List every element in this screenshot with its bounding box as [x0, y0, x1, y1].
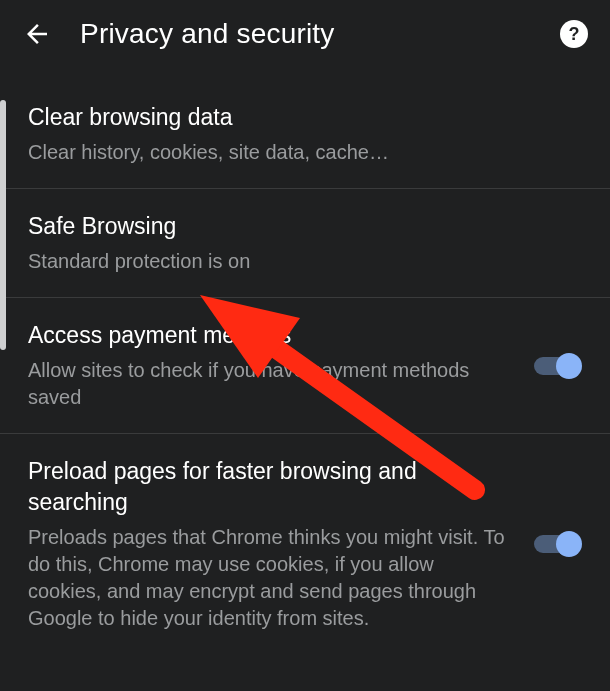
- switch-preload-pages[interactable]: [534, 531, 582, 557]
- switch-access-payment-methods[interactable]: [534, 353, 582, 379]
- row-subtitle: Clear history, cookies, site data, cache…: [28, 139, 582, 166]
- row-clear-browsing-data[interactable]: Clear browsing data Clear history, cooki…: [0, 80, 610, 189]
- row-text: Preload pages for faster browsing and se…: [28, 456, 510, 632]
- row-text: Access payment methods Allow sites to ch…: [28, 320, 510, 411]
- row-title: Access payment methods: [28, 320, 510, 351]
- row-access-payment-methods[interactable]: Access payment methods Allow sites to ch…: [0, 298, 610, 434]
- back-button[interactable]: [22, 19, 52, 49]
- back-arrow-icon: [22, 19, 52, 49]
- row-subtitle: Standard protection is on: [28, 248, 582, 275]
- switch-thumb: [556, 353, 582, 379]
- help-icon: ?: [569, 24, 580, 45]
- scrollbar-indicator: [0, 100, 6, 350]
- row-preload-pages[interactable]: Preload pages for faster browsing and se…: [0, 434, 610, 654]
- row-text: Clear browsing data Clear history, cooki…: [28, 102, 582, 166]
- row-title: Preload pages for faster browsing and se…: [28, 456, 510, 518]
- row-title: Safe Browsing: [28, 211, 582, 242]
- row-subtitle: Allow sites to check if you have payment…: [28, 357, 510, 411]
- row-title: Clear browsing data: [28, 102, 582, 133]
- row-safe-browsing[interactable]: Safe Browsing Standard protection is on: [0, 189, 610, 298]
- row-subtitle: Preloads pages that Chrome thinks you mi…: [28, 524, 510, 632]
- app-bar: Privacy and security ?: [0, 0, 610, 80]
- help-button[interactable]: ?: [560, 20, 588, 48]
- switch-thumb: [556, 531, 582, 557]
- settings-screen: Privacy and security ? Clear browsing da…: [0, 0, 610, 691]
- settings-list: Clear browsing data Clear history, cooki…: [0, 80, 610, 654]
- page-title: Privacy and security: [80, 18, 532, 50]
- row-text: Safe Browsing Standard protection is on: [28, 211, 582, 275]
